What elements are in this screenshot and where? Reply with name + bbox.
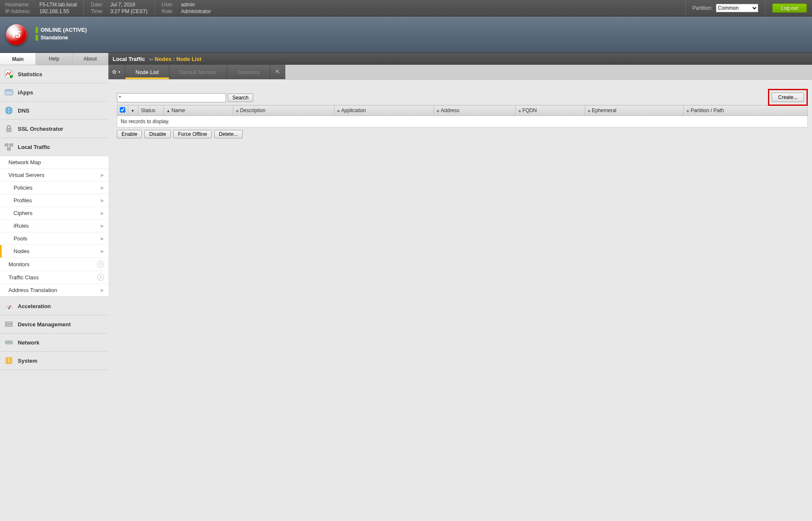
chevron-right-icon: ▶ xyxy=(101,198,104,203)
create-button[interactable]: Create... xyxy=(772,93,804,102)
time-value: 3:27 PM (CEST) xyxy=(110,8,147,14)
subnav-traffic-class[interactable]: Traffic Class+ xyxy=(0,271,108,284)
tab-about[interactable]: About xyxy=(72,53,108,65)
subnav-ciphers[interactable]: Ciphers▶ xyxy=(0,207,108,220)
breadcrumb-section: Local Traffic xyxy=(113,56,145,62)
breadcrumb-separator: ›› xyxy=(149,56,153,62)
user-label: User: xyxy=(162,2,179,8)
svg-point-20 xyxy=(10,342,11,343)
action-row: Enable Disable Force Offline Delete... xyxy=(117,130,808,138)
sort-icon: ◆ xyxy=(518,109,521,113)
statistics-icon xyxy=(4,69,14,79)
status-mode: Standalone xyxy=(41,35,68,41)
date-value: Jul 7, 2018 xyxy=(110,2,135,8)
nav-statistics[interactable]: Statistics xyxy=(0,65,108,83)
nav-network[interactable]: Network xyxy=(0,334,108,351)
iapps-icon xyxy=(4,88,14,97)
datetime-info: Date:Jul 7, 2018 Time:3:27 PM (CEST) xyxy=(84,0,155,16)
col-status[interactable]: Status xyxy=(138,105,164,116)
subtab-node-list[interactable]: Node List xyxy=(125,65,169,79)
svg-rect-9 xyxy=(10,144,13,146)
subtab-default-monitor[interactable]: Default Monitor xyxy=(169,65,227,79)
svg-rect-10 xyxy=(7,148,10,151)
col-description[interactable]: ◆Description xyxy=(233,105,334,116)
subnav-profiles[interactable]: Profiles▶ xyxy=(0,194,108,207)
hostname-value: F5-LTM.lab.local xyxy=(39,2,77,8)
nav-acceleration[interactable]: Acceleration xyxy=(0,297,108,315)
sort-asc-icon: ▲ xyxy=(166,109,170,113)
nav-acceleration-label: Acceleration xyxy=(18,303,51,309)
partition-area: Partition: Common xyxy=(685,0,765,16)
top-bar: Hostname:F5-LTM.lab.local IP Address:192… xyxy=(0,0,812,17)
svg-line-11 xyxy=(7,146,9,148)
disable-button[interactable]: Disable xyxy=(144,130,171,138)
svg-rect-15 xyxy=(6,322,13,324)
col-partition[interactable]: ◆Partition / Path xyxy=(684,105,808,116)
ip-label: IP Address: xyxy=(5,8,37,14)
mode-indicator-icon xyxy=(36,35,38,41)
add-icon[interactable]: + xyxy=(97,274,104,281)
nav-ssl-label: SSL Orchestrator xyxy=(18,126,63,132)
popout-button[interactable]: ⇱ xyxy=(270,65,285,79)
nav-statistics-label: Statistics xyxy=(18,71,42,77)
svg-point-19 xyxy=(8,342,10,343)
svg-rect-8 xyxy=(5,144,8,146)
nav-local-traffic[interactable]: Local Traffic xyxy=(0,138,108,156)
subnav-monitors[interactable]: Monitors+ xyxy=(0,258,108,271)
nav-iapps[interactable]: iApps xyxy=(0,83,108,101)
sort-icon: ◆ xyxy=(686,109,689,113)
search-button[interactable]: Search xyxy=(228,94,253,102)
nav-system[interactable]: System xyxy=(0,352,108,369)
nav-device-management[interactable]: Device Management xyxy=(0,315,108,333)
nav-ssl-orchestrator[interactable]: SSL Orchestrator xyxy=(0,120,108,138)
col-ephemeral[interactable]: ◆Ephemeral xyxy=(585,105,683,116)
nav-dns[interactable]: DNS xyxy=(0,102,108,119)
table-empty-row: No records to display. xyxy=(117,116,808,127)
col-filter[interactable]: ▼ xyxy=(128,105,138,116)
subnav-policies[interactable]: Policies▶ xyxy=(0,182,108,194)
col-name[interactable]: ▲Name xyxy=(164,105,233,116)
dns-icon xyxy=(4,106,14,115)
subnav-address-translation[interactable]: Address Translation▶ xyxy=(0,284,108,297)
status-header: f5 ONLINE (ACTIVE) Standalone xyxy=(0,17,812,53)
create-highlight: Create... xyxy=(768,89,808,106)
force-offline-button[interactable]: Force Offline xyxy=(173,130,211,138)
tab-main[interactable]: Main xyxy=(0,53,36,65)
host-info: Hostname:F5-LTM.lab.local IP Address:192… xyxy=(5,0,84,16)
chevron-down-icon: ▼ xyxy=(131,109,135,113)
time-label: Time: xyxy=(91,8,108,14)
tab-help[interactable]: Help xyxy=(36,53,72,65)
col-select-all xyxy=(117,105,128,116)
subnav-virtual-servers[interactable]: Virtual Servers▶ xyxy=(0,169,108,182)
subnav-pools[interactable]: Pools▶ xyxy=(0,232,108,245)
sort-icon: ◆ xyxy=(236,109,239,113)
svg-rect-3 xyxy=(6,90,12,91)
role-label: Role: xyxy=(162,8,179,14)
logout-button[interactable]: Log out xyxy=(772,3,807,13)
add-icon[interactable]: + xyxy=(97,261,104,267)
col-address[interactable]: ◆Address xyxy=(434,105,516,116)
network-icon xyxy=(4,338,14,347)
subnav-irules[interactable]: iRules▶ xyxy=(0,220,108,232)
partition-select[interactable]: Common xyxy=(716,4,758,12)
col-fqdn[interactable]: ◆FQDN xyxy=(515,105,585,116)
chevron-right-icon: ▶ xyxy=(101,223,104,228)
select-all-checkbox[interactable] xyxy=(120,107,125,113)
status-indicator-icon xyxy=(36,27,38,33)
subtab-statistics[interactable]: Statistics xyxy=(227,65,270,79)
svg-point-14 xyxy=(8,308,10,309)
chevron-right-icon: ▶ xyxy=(101,288,104,292)
enable-button[interactable]: Enable xyxy=(117,130,142,138)
search-input[interactable] xyxy=(117,93,226,102)
nav-device-mgmt-label: Device Management xyxy=(18,321,71,328)
gear-menu[interactable]: ✿▼ xyxy=(108,65,125,79)
nav-dns-label: DNS xyxy=(18,108,29,114)
sort-icon: ◆ xyxy=(337,109,340,113)
hostname-label: Hostname: xyxy=(5,2,37,8)
subnav-network-map[interactable]: Network Map xyxy=(0,156,108,169)
subnav-nodes[interactable]: Nodes▶ xyxy=(0,245,108,258)
popout-icon: ⇱ xyxy=(276,69,280,75)
delete-button[interactable]: Delete... xyxy=(214,130,243,138)
col-application[interactable]: ◆Application xyxy=(334,105,434,116)
status-online: ONLINE (ACTIVE) xyxy=(41,27,87,33)
